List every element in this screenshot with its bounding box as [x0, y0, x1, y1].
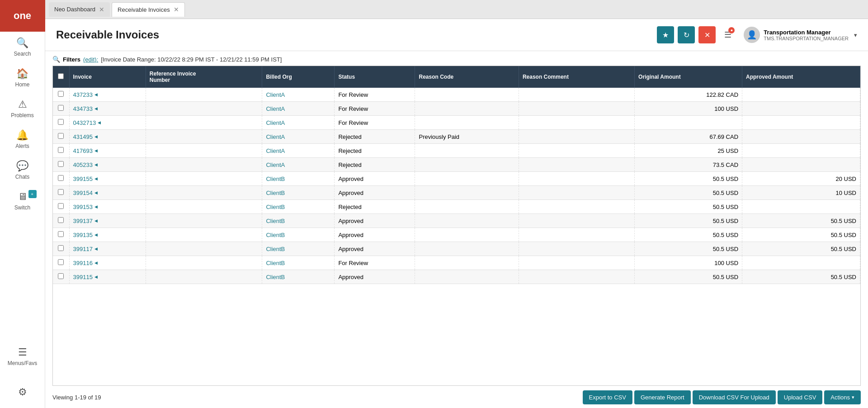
billed-org-link[interactable]: ClientB	[266, 176, 285, 182]
user-dropdown-icon[interactable]: ▾	[854, 32, 857, 38]
invoice-link[interactable]: 434733	[73, 105, 93, 112]
sidebar-item-alerts[interactable]: 🔔 Alerts	[0, 124, 45, 155]
refresh-button[interactable]: ↻	[678, 26, 695, 43]
billed-org-link[interactable]: ClientA	[266, 119, 285, 126]
row-checkbox[interactable]	[58, 133, 64, 139]
flag-icon: ◀	[94, 190, 98, 195]
bell-icon: 🔔	[16, 129, 28, 141]
row-checkbox[interactable]	[58, 259, 64, 265]
invoice-link[interactable]: 399117	[73, 246, 93, 252]
row-reason-comment	[519, 200, 634, 214]
row-approved-amount	[742, 116, 860, 130]
billed-org-link[interactable]: ClientA	[266, 147, 285, 154]
row-checkbox[interactable]	[58, 245, 64, 251]
favorite-button[interactable]: ★	[657, 26, 674, 43]
billed-org-link[interactable]: ClientB	[266, 204, 285, 210]
sidebar-item-menus[interactable]: ☰ Menus/Favs	[0, 341, 45, 372]
invoice-link[interactable]: 399115	[73, 274, 93, 280]
invoice-link[interactable]: 399155	[73, 176, 93, 182]
row-checkbox[interactable]	[58, 175, 64, 181]
billed-org-link[interactable]: ClientB	[266, 246, 285, 252]
table-row: 399154◀ClientBApproved50.5 USD10 USD	[53, 186, 860, 200]
invoice-link[interactable]: 399154	[73, 190, 93, 196]
billed-org-link[interactable]: ClientB	[266, 218, 285, 224]
row-checkbox[interactable]	[58, 273, 64, 279]
sidebar-item-problems[interactable]: ⚠ Problems	[0, 93, 45, 124]
billed-org-link[interactable]: ClientA	[266, 105, 285, 112]
row-reason-comment	[519, 158, 634, 172]
row-reason-comment	[519, 214, 634, 228]
row-checkbox[interactable]	[58, 119, 64, 125]
page-title: Receivable Invoices	[56, 28, 159, 41]
invoice-link[interactable]: 399135	[73, 232, 93, 238]
invoice-link[interactable]: 0432713	[73, 119, 96, 126]
row-checkbox-cell	[53, 130, 69, 144]
row-checkbox-cell	[53, 102, 69, 116]
table-row: 399137◀ClientBApproved50.5 USD50.5 USD	[53, 214, 860, 228]
row-billed-org: ClientB	[262, 242, 335, 256]
row-approved-amount: 50.5 USD	[742, 242, 860, 256]
select-all-checkbox[interactable]	[58, 73, 64, 79]
sidebar-item-search[interactable]: 🔍 Search	[0, 32, 45, 62]
table-body: 437233◀ClientAFor Review122.82 CAD434733…	[53, 88, 860, 284]
sidebar-item-home[interactable]: 🏠 Home	[0, 62, 45, 93]
billed-org-link[interactable]: ClientB	[266, 274, 285, 280]
invoice-link[interactable]: 405233	[73, 161, 93, 168]
tab-close-receivable-invoices[interactable]: ✕	[174, 6, 179, 13]
row-checkbox[interactable]	[58, 203, 64, 209]
notification-button[interactable]: ☰ ●	[719, 26, 736, 43]
row-checkbox[interactable]	[58, 161, 64, 167]
upload-csv-button[interactable]: Upload CSV	[778, 390, 823, 404]
filters-edit-link[interactable]: (edit):	[83, 56, 98, 63]
row-ref-invoice	[146, 102, 262, 116]
row-checkbox[interactable]	[58, 147, 64, 153]
billed-org-link[interactable]: ClientA	[266, 91, 285, 98]
billed-org-link[interactable]: ClientA	[266, 161, 285, 168]
row-original-amount: 100 USD	[635, 102, 742, 116]
sidebar-item-settings[interactable]: ⚙	[0, 381, 45, 403]
export-csv-button[interactable]: Export to CSV	[583, 390, 632, 404]
app-logo[interactable]: one	[0, 0, 45, 32]
billed-org-link[interactable]: ClientA	[266, 133, 285, 140]
download-csv-button[interactable]: Download CSV For Upload	[693, 390, 776, 404]
row-status: For Review	[335, 256, 415, 270]
row-checkbox[interactable]	[58, 231, 64, 237]
tab-receivable-invoices[interactable]: Receivable Invoices ✕	[112, 2, 185, 17]
billed-org-link[interactable]: ClientB	[266, 190, 285, 196]
row-status: Rejected	[335, 158, 415, 172]
row-billed-org: ClientB	[262, 186, 335, 200]
flag-icon: ◀	[94, 261, 98, 265]
invoice-link[interactable]: 399116	[73, 260, 93, 266]
menus-icon: ☰	[18, 346, 27, 358]
row-checkbox[interactable]	[58, 91, 64, 97]
avatar: 👤	[744, 27, 760, 43]
sidebar-item-switch[interactable]: 🖥 ≡ Switch	[0, 185, 45, 216]
sidebar-item-chats[interactable]: 💬 Chats	[0, 155, 45, 185]
row-invoice: 0432713◀	[69, 116, 146, 130]
flag-icon: ◀	[94, 176, 98, 181]
actions-button[interactable]: Actions ▾	[824, 390, 861, 404]
filters-bar: 🔍 Filters (edit): [Invoice Date Range: 1…	[52, 51, 861, 66]
billed-org-link[interactable]: ClientB	[266, 260, 285, 266]
billed-org-link[interactable]: ClientB	[266, 232, 285, 238]
tab-neo-dashboard[interactable]: Neo Dashboard ✕	[49, 2, 110, 17]
row-original-amount: 50.5 USD	[635, 242, 742, 256]
row-billed-org: ClientA	[262, 88, 335, 102]
sidebar: one 🔍 Search 🏠 Home ⚠ Problems 🔔 Alerts …	[0, 0, 45, 408]
generate-report-button[interactable]: Generate Report	[634, 390, 691, 404]
row-checkbox[interactable]	[58, 105, 64, 111]
table-row: 399135◀ClientBApproved50.5 USD50.5 USD	[53, 228, 860, 242]
invoice-link[interactable]: 437233	[73, 91, 93, 98]
invoice-link[interactable]: 399153	[73, 204, 93, 210]
row-checkbox[interactable]	[58, 217, 64, 223]
invoice-link[interactable]: 399137	[73, 218, 93, 224]
tab-close-neo-dashboard[interactable]: ✕	[99, 6, 104, 13]
invoice-link[interactable]: 431495	[73, 133, 93, 140]
invoice-link[interactable]: 417693	[73, 147, 93, 154]
user-text: Transportation Manager TMS.TRANSPORTATIO…	[764, 29, 849, 41]
row-reason-code	[415, 116, 519, 130]
row-billed-org: ClientB	[262, 256, 335, 270]
row-ref-invoice	[146, 172, 262, 186]
row-checkbox[interactable]	[58, 189, 64, 195]
close-button[interactable]: ✕	[698, 26, 716, 43]
